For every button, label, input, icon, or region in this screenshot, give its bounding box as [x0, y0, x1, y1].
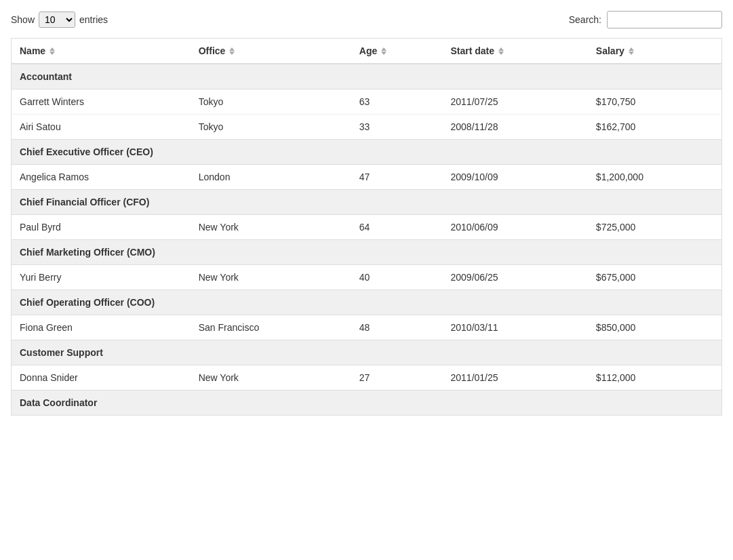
table-header: Name Office [12, 39, 722, 64]
group-row: Chief Operating Officer (COO) [12, 290, 722, 315]
group-label: Customer Support [12, 340, 722, 365]
cell-age: 63 [351, 89, 443, 115]
table-row: Donna SniderNew York272011/01/25$112,000 [12, 365, 722, 391]
cell-age: 27 [351, 365, 443, 391]
cell-age: 40 [351, 265, 443, 290]
entries-select[interactable]: 102550100 [39, 12, 75, 28]
table-row: Airi SatouTokyo332008/11/28$162,700 [12, 115, 722, 140]
cell-start_date: 2008/11/28 [443, 115, 588, 140]
sort-icon-start-date [498, 47, 504, 55]
cell-name: Donna Snider [12, 365, 191, 391]
search-bar: Search: [569, 11, 722, 28]
cell-salary: $850,000 [588, 315, 722, 340]
top-bar: Show 102550100 entries Search: [11, 11, 722, 28]
table-row: Fiona GreenSan Francisco482010/03/11$850… [12, 315, 722, 340]
cell-salary: $170,750 [588, 89, 722, 115]
cell-office: San Francisco [191, 315, 351, 340]
cell-salary: $1,200,000 [588, 165, 722, 190]
show-label: Show [11, 14, 35, 25]
table-row: Yuri BerryNew York402009/06/25$675,000 [12, 265, 722, 290]
col-name[interactable]: Name [12, 39, 191, 64]
group-label: Chief Operating Officer (COO) [12, 290, 722, 315]
data-table: Name Office [11, 38, 722, 416]
col-age[interactable]: Age [351, 39, 443, 64]
cell-office: New York [191, 215, 351, 240]
cell-office: New York [191, 365, 351, 391]
sort-icon-salary [629, 47, 634, 55]
cell-salary: $162,700 [588, 115, 722, 140]
search-input[interactable] [607, 11, 722, 28]
cell-name: Paul Byrd [12, 215, 191, 240]
cell-office: Tokyo [191, 115, 351, 140]
group-row: Accountant [12, 64, 722, 89]
group-label: Data Coordinator [12, 391, 722, 416]
table-row: Garrett WintersTokyo632011/07/25$170,750 [12, 89, 722, 115]
group-row: Chief Executive Officer (CEO) [12, 140, 722, 165]
group-row: Data Coordinator [12, 391, 722, 416]
group-label: Chief Financial Officer (CFO) [12, 190, 722, 215]
cell-start_date: 2009/10/09 [443, 165, 588, 190]
cell-office: London [191, 165, 351, 190]
cell-start_date: 2011/07/25 [443, 89, 588, 115]
group-row: Chief Financial Officer (CFO) [12, 190, 722, 215]
sort-icon-office [229, 47, 235, 55]
cell-age: 48 [351, 315, 443, 340]
entries-label: entries [79, 14, 108, 25]
cell-age: 33 [351, 115, 443, 140]
group-row: Chief Marketing Officer (CMO) [12, 240, 722, 265]
group-row: Customer Support [12, 340, 722, 365]
table-row: Angelica RamosLondon472009/10/09$1,200,0… [12, 165, 722, 190]
cell-office: Tokyo [191, 89, 351, 115]
cell-name: Angelica Ramos [12, 165, 191, 190]
page-container: Show 102550100 entries Search: Name [0, 0, 733, 426]
cell-age: 47 [351, 165, 443, 190]
cell-office: New York [191, 265, 351, 290]
col-salary[interactable]: Salary [588, 39, 722, 64]
cell-start_date: 2010/03/11 [443, 315, 588, 340]
col-start-date[interactable]: Start date [443, 39, 588, 64]
cell-start_date: 2011/01/25 [443, 365, 588, 391]
group-label: Chief Executive Officer (CEO) [12, 140, 722, 165]
group-label: Chief Marketing Officer (CMO) [12, 240, 722, 265]
sort-icon-age [381, 47, 387, 55]
table-body: AccountantGarrett WintersTokyo632011/07/… [12, 64, 722, 416]
cell-name: Airi Satou [12, 115, 191, 140]
cell-start_date: 2010/06/09 [443, 215, 588, 240]
cell-name: Yuri Berry [12, 265, 191, 290]
cell-start_date: 2009/06/25 [443, 265, 588, 290]
cell-salary: $675,000 [588, 265, 722, 290]
cell-name: Fiona Green [12, 315, 191, 340]
col-office[interactable]: Office [191, 39, 351, 64]
cell-salary: $725,000 [588, 215, 722, 240]
cell-age: 64 [351, 215, 443, 240]
search-label: Search: [569, 14, 601, 25]
show-entries: Show 102550100 entries [11, 12, 108, 28]
cell-salary: $112,000 [588, 365, 722, 391]
cell-name: Garrett Winters [12, 89, 191, 115]
group-label: Accountant [12, 64, 722, 89]
sort-icon-name [49, 47, 55, 55]
table-row: Paul ByrdNew York642010/06/09$725,000 [12, 215, 722, 240]
